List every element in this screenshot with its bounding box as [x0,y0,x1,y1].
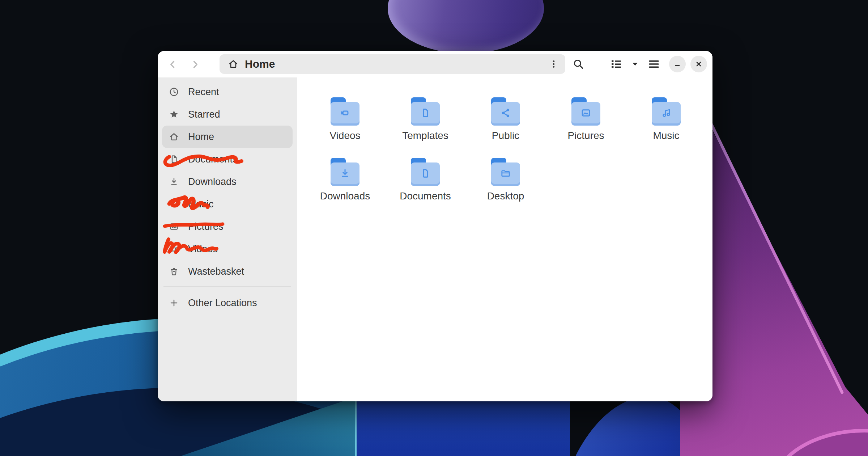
folder-label: Public [492,130,519,142]
path-location-label: Home [245,58,275,70]
folder-icon [331,158,359,187]
minimize-button[interactable] [669,56,686,72]
sidebar-item-label: Wastebasket [188,266,244,277]
folder-icon [411,158,440,187]
download-emblem-icon [339,167,351,180]
folder-label: Pictures [567,130,604,142]
view-toggle-button[interactable] [608,56,624,72]
sidebar-item-label: Recent [188,86,219,98]
files-window: Home [158,51,712,401]
folder-item-documents[interactable]: Documents [395,158,456,202]
sidebar-item-recent[interactable]: Recent [162,81,293,103]
sidebar-item-wastebasket[interactable]: Wastebasket [162,260,293,283]
folder-label: Videos [329,130,360,142]
view-options-dropdown[interactable] [627,56,643,72]
sidebar-item-label: Pictures [188,221,224,232]
folder-icon [571,97,600,126]
sidebar-item-home[interactable]: Home [162,126,293,148]
file-view: Videos Templates [297,77,712,401]
search-button[interactable] [570,56,586,72]
home-icon [227,58,239,70]
folder-label: Documents [400,190,451,202]
file-grid: Videos Templates [314,97,712,202]
list-view-icon [610,58,622,70]
wallpaper-blue-field [357,397,570,456]
image-emblem-icon [580,107,592,119]
trash-icon [169,266,179,277]
video-camera-icon [169,244,179,254]
home-icon [169,131,179,142]
desktop: Home [0,0,868,456]
share-emblem-icon [499,107,512,119]
folder-label: Desktop [487,190,524,202]
sidebar-item-pictures[interactable]: Pictures [162,215,293,238]
view-toggle-separator [626,58,626,70]
folder-icon [411,97,440,126]
sidebar-item-videos[interactable]: Videos [162,238,293,260]
download-icon [169,176,179,187]
document-emblem-icon [419,107,431,119]
folder-item-public[interactable]: Public [475,97,536,142]
forward-button[interactable] [188,57,203,72]
folder-label: Downloads [320,190,370,202]
folder-icon [652,97,681,126]
headerbar[interactable]: Home [158,51,712,77]
kebab-menu-icon [549,59,559,69]
folder-icon [491,158,520,187]
folder-emblem-icon [499,167,512,180]
folder-item-music[interactable]: Music [635,97,697,142]
sidebar-item-label: Downloads [188,176,237,187]
document-icon [169,154,179,165]
sidebar-item-starred[interactable]: Starred [162,103,293,126]
chevron-right-icon [189,58,201,71]
close-icon [695,60,703,68]
sidebar-item-label: Documents [188,154,238,165]
music-note-icon [169,199,179,210]
folder-icon [331,97,359,126]
sidebar-item-label: Videos [188,244,218,255]
folder-label: Music [653,130,679,142]
video-camera-emblem-icon [339,107,351,119]
search-icon [572,58,584,70]
back-button[interactable] [165,57,180,72]
path-menu-button[interactable] [546,56,562,72]
main-menu-button[interactable] [646,56,662,72]
minimize-icon [673,60,681,68]
sidebar-item-downloads[interactable]: Downloads [162,170,293,193]
sidebar-item-other-locations[interactable]: Other Locations [162,292,293,314]
path-bar[interactable]: Home [220,54,565,74]
folder-icon [491,97,520,126]
folder-item-desktop[interactable]: Desktop [475,158,536,202]
star-icon [169,109,179,120]
hamburger-menu-icon [648,58,660,70]
picture-icon [169,221,179,232]
chevron-down-icon [630,59,640,69]
sidebar-item-label: Other Locations [188,297,257,309]
sidebar-item-label: Starred [188,109,220,120]
music-emblem-icon [660,107,672,119]
close-button[interactable] [690,56,707,72]
plus-icon [169,297,179,308]
wallpaper-violet-dome [388,0,544,54]
sidebar: Recent Starred Home [158,77,297,401]
document-emblem-icon [419,167,431,180]
sidebar-item-music[interactable]: Music [162,193,293,215]
folder-item-videos[interactable]: Videos [314,97,376,142]
sidebar-item-documents[interactable]: Documents [162,148,293,170]
folder-item-templates[interactable]: Templates [395,97,456,142]
folder-item-downloads[interactable]: Downloads [314,158,376,202]
window-content: Recent Starred Home [158,77,712,401]
folder-label: Templates [402,130,448,142]
sidebar-item-label: Music [188,199,214,210]
folder-item-pictures[interactable]: Pictures [555,97,617,142]
sidebar-separator [163,286,291,287]
recent-clock-icon [169,86,179,97]
chevron-left-icon [166,58,179,71]
sidebar-item-label: Home [188,131,214,143]
